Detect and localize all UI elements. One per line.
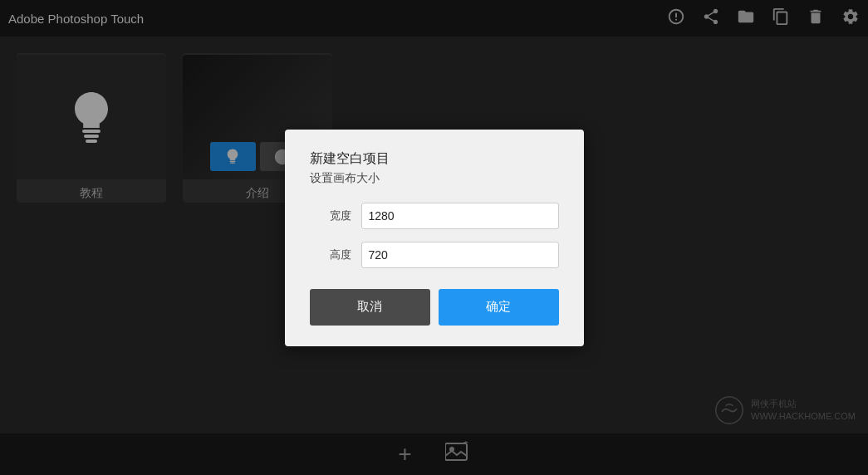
dialog-title: 新建空白项目 bbox=[310, 150, 559, 168]
cancel-button[interactable]: 取消 bbox=[310, 289, 430, 326]
height-input[interactable] bbox=[361, 242, 559, 268]
height-label: 高度 bbox=[310, 247, 351, 262]
width-row: 宽度 bbox=[310, 203, 559, 229]
dialog-buttons: 取消 确定 bbox=[310, 289, 559, 326]
height-row: 高度 bbox=[310, 242, 559, 268]
new-project-dialog: 新建空白项目 设置画布大小 宽度 高度 取消 确定 bbox=[285, 130, 584, 346]
dialog-subtitle: 设置画布大小 bbox=[310, 171, 559, 186]
width-label: 宽度 bbox=[310, 208, 351, 223]
modal-overlay[interactable]: 新建空白项目 设置画布大小 宽度 高度 取消 确定 bbox=[0, 0, 868, 475]
confirm-button[interactable]: 确定 bbox=[439, 289, 559, 326]
width-input[interactable] bbox=[361, 203, 559, 229]
